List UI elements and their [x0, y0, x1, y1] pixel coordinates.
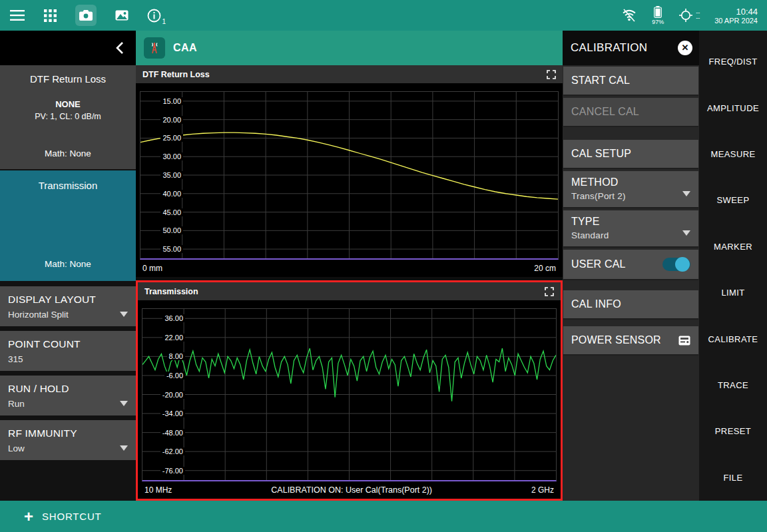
trace-panel-dtf-return-loss[interactable]: DTF Return Loss NONE PV: 1, CL: 0 dB/m M… — [0, 65, 136, 169]
left-sidebar: DTF Return Loss NONE PV: 1, CL: 0 dB/m M… — [0, 31, 136, 501]
gps-indicator: -- -- — [678, 8, 700, 23]
cal-setup-button[interactable]: CAL SETUP — [563, 140, 698, 169]
maximize-chart-button[interactable] — [547, 70, 556, 79]
y-tick-label: -20.00 — [160, 391, 185, 399]
close-panel-button[interactable]: ✕ — [678, 41, 692, 55]
y-tick-label: 45.00 — [160, 208, 183, 216]
type-dropdown[interactable]: TYPE Standard — [563, 210, 698, 248]
time-label: 10:44 — [736, 7, 758, 17]
top-status-bar: 1 97% — [0, 0, 767, 31]
fullscreen-icon — [547, 70, 556, 79]
hamburger-menu-button[interactable] — [9, 9, 25, 21]
menu-preset[interactable]: PRESET — [699, 408, 767, 454]
y-tick-label: 30.00 — [160, 152, 183, 160]
shortcut-bar: + SHORTCUT — [0, 501, 767, 532]
clock: 10:44 30 APR 2024 — [714, 7, 758, 25]
screenshot-icon — [115, 10, 128, 21]
transmission-x-start-label: 10 MHz — [144, 485, 172, 495]
chevron-down-icon — [682, 191, 690, 196]
add-shortcut-button[interactable]: + SHORTCUT — [24, 510, 101, 523]
menu-marker[interactable]: MARKER — [699, 224, 767, 270]
trace1-status: NONE — [5, 99, 130, 109]
y-tick-label: 55.00 — [160, 245, 183, 253]
y-tick-label: 15.00 — [160, 97, 183, 105]
menu-calibrate[interactable]: CALIBRATE — [699, 316, 767, 362]
chevron-down-icon — [120, 312, 128, 317]
gps-status-text: -- -- — [696, 10, 700, 21]
y-tick-label: -48.00 — [160, 429, 185, 437]
screenshot-button[interactable] — [115, 10, 128, 21]
user-cal-toggle-row[interactable]: USER CAL — [563, 250, 698, 280]
chart-dtf-return-loss[interactable]: DTF Return Loss 15.0020.0025.0030.0035.0… — [136, 65, 563, 277]
calibration-title: CALIBRATION — [571, 41, 647, 55]
trace2-title: Transmission — [5, 180, 130, 191]
y-tick-label: -6.00 — [164, 372, 185, 380]
antenna-tower-icon — [148, 41, 161, 55]
point-count-field[interactable]: POINT COUNT 315 — [0, 331, 136, 371]
cancel-cal-button: CANCEL CAL — [563, 98, 698, 127]
dtf-plot-area[interactable]: 15.0020.0025.0030.0035.0040.0045.0050.00… — [140, 91, 559, 260]
y-tick-label: -62.00 — [160, 447, 185, 455]
gps-icon — [678, 8, 693, 23]
fullscreen-icon — [545, 287, 554, 296]
menu-sweep[interactable]: SWEEP — [699, 177, 767, 223]
y-tick-label: 20.00 — [160, 116, 183, 124]
notification-count-badge: 1 — [162, 18, 166, 25]
menu-amplitude[interactable]: AMPLITUDE — [699, 85, 767, 131]
menu-trace[interactable]: TRACE — [699, 362, 767, 408]
status-indicators: 97% -- -- 10:44 30 APR 2024 — [621, 6, 758, 25]
y-tick-label: 25.00 — [160, 134, 183, 142]
info-icon — [147, 9, 161, 23]
start-cal-button[interactable]: START CAL — [563, 67, 698, 96]
date-label: 30 APR 2024 — [714, 17, 758, 25]
y-tick-label: 35.00 — [160, 171, 183, 179]
app-header: CAA — [136, 31, 563, 65]
dtf-trace-plot — [140, 92, 558, 258]
measurement-area: CAA DTF Return Loss 15.0020.0025.0030.00… — [136, 31, 563, 501]
method-dropdown[interactable]: METHOD Trans(Port 2) — [563, 171, 698, 208]
camera-icon — [79, 10, 93, 21]
maximize-chart-button[interactable] — [545, 287, 554, 296]
main-menu: FREQ/DIST AMPLITUDE MEASURE SWEEP MARKER… — [699, 31, 767, 501]
wifi-off-icon — [621, 9, 637, 22]
calibration-panel: CALIBRATION ✕ START CAL CANCEL CAL CAL S… — [563, 31, 699, 501]
chart-transmission-selected[interactable]: Transmission 36.0022.008.00-6.00-20.00-3… — [136, 280, 563, 501]
calibration-status-label: CALIBRATION ON: User Cal(Trans(Port 2)) — [271, 485, 432, 495]
chevron-down-icon — [682, 230, 690, 236]
chart-dtf-title: DTF Return Loss — [142, 70, 210, 79]
hamburger-icon — [9, 9, 25, 21]
run-hold-dropdown[interactable]: RUN / HOLD Run — [0, 376, 136, 415]
transmission-trace-plot — [142, 309, 556, 480]
y-tick-label: -34.00 — [160, 409, 185, 417]
caa-app-icon — [144, 37, 165, 59]
apps-grid-icon — [44, 9, 57, 22]
trace-panel-transmission[interactable]: Transmission Math: None — [0, 170, 136, 281]
rf-immunity-dropdown[interactable]: RF IMMUNITY Low — [0, 420, 136, 460]
sidebar-collapse-button[interactable] — [0, 31, 136, 65]
display-layout-dropdown[interactable]: DISPLAY LAYOUT Horizontal Split — [0, 286, 136, 326]
trace1-math: Math: None — [5, 148, 130, 161]
menu-freq-dist[interactable]: FREQ/DIST — [699, 39, 767, 85]
menu-limit[interactable]: LIMIT — [699, 270, 767, 316]
camera-button[interactable] — [75, 5, 97, 26]
notifications-button[interactable]: 1 — [147, 9, 161, 23]
trace1-title: DTF Return Loss — [5, 73, 130, 85]
menu-file[interactable]: FILE — [699, 455, 767, 501]
plus-icon: + — [24, 510, 33, 523]
cal-info-button[interactable]: CAL INFO — [563, 290, 698, 320]
chevron-down-icon — [120, 445, 128, 451]
chart-transmission-title: Transmission — [144, 287, 198, 296]
power-sensor-button[interactable]: POWER SENSOR — [563, 326, 698, 356]
dtf-x-start-label: 0 mm — [142, 264, 162, 273]
menu-measure[interactable]: MEASURE — [699, 131, 767, 177]
trace1-info: NONE PV: 1, CL: 0 dB/m — [5, 99, 130, 121]
user-cal-toggle[interactable] — [662, 258, 690, 271]
transmission-x-end-label: 2 GHz — [531, 485, 554, 495]
transmission-plot-area[interactable]: 36.0022.008.00-6.00-20.00-34.00-48.00-62… — [142, 308, 557, 481]
y-tick-label: 36.00 — [162, 314, 185, 322]
chart-transmission-title-bar: Transmission — [138, 282, 561, 300]
battery-percent-label: 97% — [652, 19, 664, 25]
dtf-x-end-label: 20 cm — [534, 264, 556, 273]
apps-grid-button[interactable] — [44, 9, 57, 22]
battery-indicator: 97% — [652, 6, 664, 25]
